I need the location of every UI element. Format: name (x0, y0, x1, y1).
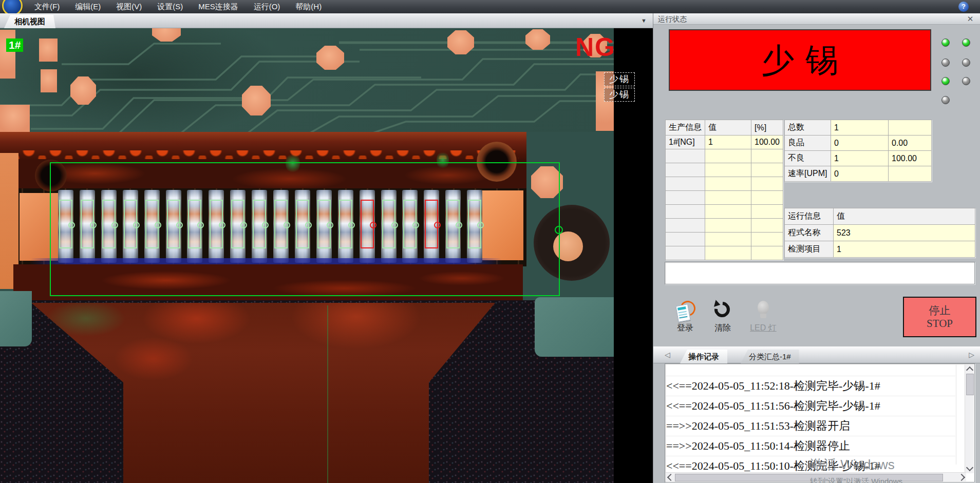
stats-table: 总数1良品00.00不良1100.00速率[UPM]0 (784, 120, 932, 182)
status-led-off (941, 59, 950, 67)
menu-item[interactable]: 文件(F) (27, 0, 67, 13)
log-entries: <<==2024-05-05_11:52:18-检测完毕-少锡-1#<<==20… (666, 365, 955, 476)
clear-button[interactable]: 清除 (706, 299, 739, 335)
run-info-table: 运行信息值程式名称523检测项目1 (784, 208, 975, 258)
tab-operation-log[interactable]: 操作记录 (680, 350, 727, 363)
table-cell (751, 191, 783, 205)
vertical-scrollbar[interactable] (965, 364, 974, 473)
log-row-spacer (666, 365, 955, 376)
menu-item[interactable]: 运行(O) (246, 0, 288, 13)
table-cell: 0.00 (889, 136, 932, 151)
table-cell (751, 205, 783, 219)
table-cell (751, 246, 783, 260)
tab-category-summary[interactable]: 分类汇总-1# (741, 350, 799, 363)
login-button[interactable]: 登录 (669, 299, 702, 335)
table-cell (751, 219, 783, 233)
clear-refresh-icon (706, 299, 739, 321)
status-led-off (962, 77, 970, 85)
table-cell: 检测项目 (785, 241, 834, 258)
menu-item[interactable]: 设置(S) (149, 0, 191, 13)
stop-label-cn: 停止 (929, 304, 951, 317)
status-led-on (962, 38, 970, 47)
table-cell: 运行信息 (785, 208, 834, 225)
menu-item[interactable]: 视图(V) (108, 0, 149, 13)
log-row[interactable]: ==>>2024-05-05_11:50:14-检测器停止 (666, 436, 955, 456)
scroll-up-icon[interactable] (966, 366, 973, 374)
help-icon[interactable]: ? (958, 2, 969, 12)
table-cell (666, 205, 705, 219)
menu-bar: 文件(F)编辑(E)视图(V)设置(S)MES连接器运行(O)帮助(H) ? (0, 0, 980, 13)
camera-id-badge: 1# (6, 38, 23, 52)
scroll-right-icon[interactable] (958, 474, 965, 481)
menu-item[interactable]: 帮助(H) (288, 0, 329, 13)
close-icon[interactable]: ✕ (966, 14, 975, 24)
table-cell: 1 (831, 151, 889, 166)
chevron-down-icon[interactable]: ▼ (641, 17, 647, 24)
table-cell: 0 (831, 136, 889, 151)
led-light-button[interactable]: LED 灯 (747, 299, 780, 335)
table-cell (705, 149, 751, 163)
tab-camera-view[interactable]: 相机视图 (4, 15, 55, 28)
menu-items: 文件(F)编辑(E)视图(V)设置(S)MES连接器运行(O)帮助(H) (27, 0, 329, 13)
vertical-scroll-thumb[interactable] (966, 374, 974, 395)
log-row[interactable]: <<==2024-05-05_11:52:18-检测完毕-少锡-1# (666, 376, 955, 396)
table-cell: 良品 (785, 136, 831, 151)
defect-tags: 少锡少锡 (604, 72, 635, 102)
tab-scroll-right-icon[interactable]: ▷ (969, 351, 974, 359)
operation-log-list[interactable]: <<==2024-05-05_11:52:18-检测完毕-少锡-1#<<==20… (665, 363, 975, 482)
camera-tab-bar: 相机视图 ▼ (0, 13, 653, 28)
log-row[interactable]: ==>>2024-05-05_11:51:53-检测器开启 (666, 416, 955, 436)
result-label: NG (575, 32, 616, 62)
table-cell: 1 (834, 241, 975, 258)
log-tab-strip: ◁ 操作记录 分类汇总-1# ▷ (653, 346, 980, 363)
table-cell (666, 219, 705, 233)
table-cell (705, 205, 751, 219)
login-label: 登录 (669, 323, 702, 334)
defect-tag: 少锡 (604, 88, 635, 102)
tab-scroll-left-icon[interactable]: ◁ (665, 351, 670, 359)
stop-label-en: STOP (927, 317, 953, 330)
table-cell (705, 233, 751, 246)
status-led-on (941, 77, 950, 85)
table-cell: 值 (705, 120, 751, 136)
defect-tag: 少锡 (604, 72, 635, 86)
table-cell (705, 191, 751, 205)
horizontal-scrollbar[interactable] (666, 472, 966, 481)
table-cell: 100.00 (889, 151, 932, 166)
table-cell (666, 191, 705, 205)
table-cell: 100.00 (751, 136, 783, 149)
stop-button[interactable]: 停止 STOP (903, 297, 976, 337)
table-cell: [%] (751, 120, 783, 136)
table-cell (889, 166, 932, 182)
scroll-down-icon[interactable] (966, 464, 973, 471)
result-banner: 少锡 (669, 29, 931, 91)
table-cell (705, 219, 751, 233)
menu-item[interactable]: 编辑(E) (67, 0, 108, 13)
cable-seam (327, 305, 328, 483)
table-cell (751, 177, 783, 191)
table-cell: 0 (831, 166, 889, 182)
status-led-off (962, 59, 970, 67)
table-cell (666, 163, 705, 177)
table-cell: 程式名称 (785, 225, 834, 241)
table-cell: 总数 (785, 120, 831, 136)
led-grid (941, 38, 972, 105)
table-cell (705, 163, 751, 177)
camera-view: NG 少锡少锡 1# (0, 28, 653, 483)
table-cell (666, 233, 705, 246)
horizontal-scroll-thumb[interactable] (675, 474, 943, 481)
production-table: 生产信息值[%]1#[NG]1100.00 (665, 120, 783, 260)
scroll-left-icon[interactable] (667, 474, 674, 481)
menu-item[interactable]: MES连接器 (191, 0, 246, 13)
pcb-camera-image (0, 28, 614, 483)
status-led-off (941, 96, 950, 104)
table-cell: 速率[UPM] (785, 166, 831, 182)
result-banner-text: 少锡 (750, 38, 850, 83)
log-row[interactable]: <<==2024-05-05_11:51:56-检测完毕-少锡-1# (666, 396, 955, 416)
message-box[interactable] (665, 262, 975, 284)
table-cell (705, 177, 751, 191)
status-led-on (941, 38, 950, 47)
panel-title: 运行状态 (658, 15, 687, 24)
table-cell: 生产信息 (666, 120, 705, 136)
table-cell: 不良 (785, 151, 831, 166)
